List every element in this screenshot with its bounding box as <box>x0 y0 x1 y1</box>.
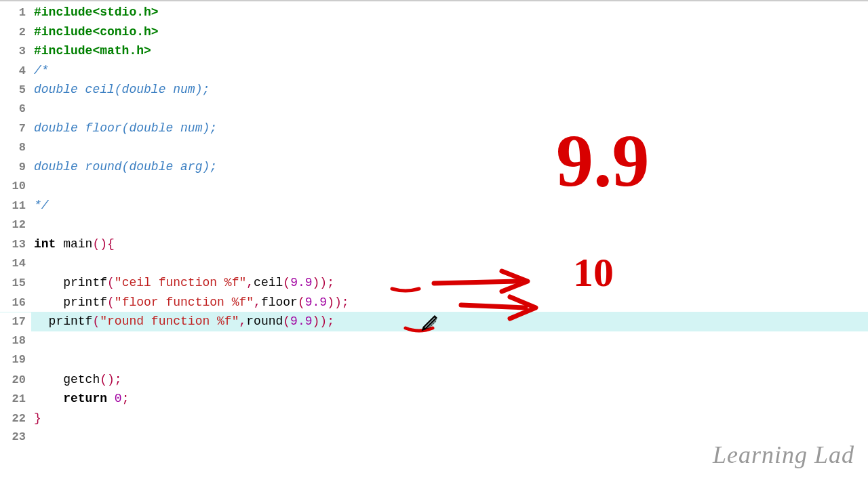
code-line[interactable]: 4/* <box>0 61 868 81</box>
code-line[interactable]: 12 <box>0 216 868 235</box>
code-content[interactable]: printf("ceil function %f",ceil(9.9)); <box>31 273 868 293</box>
code-line[interactable]: 8 <box>0 138 868 158</box>
line-number: 5 <box>0 81 31 100</box>
line-number: 22 <box>0 409 31 429</box>
line-number: 6 <box>0 100 31 119</box>
code-line[interactable]: 7double floor(double num); <box>0 119 868 138</box>
code-line[interactable]: 15 printf("ceil function %f",ceil(9.9)); <box>0 273 868 293</box>
line-number: 12 <box>0 216 31 235</box>
code-content[interactable]: int main(){ <box>31 235 868 254</box>
line-number: 21 <box>0 390 31 409</box>
code-line[interactable]: 16 printf("floor function %f",floor(9.9)… <box>0 293 868 312</box>
line-number: 16 <box>0 293 31 313</box>
code-line[interactable]: 19 <box>0 350 868 370</box>
line-number: 23 <box>0 428 31 447</box>
code-line[interactable]: 9double round(double arg); <box>0 157 868 177</box>
code-line[interactable]: 20 getch(); <box>0 370 868 390</box>
code-line[interactable]: 6 <box>0 100 868 119</box>
line-number: 4 <box>0 62 31 81</box>
line-number: 10 <box>0 177 31 197</box>
code-content[interactable]: return 0; <box>31 389 868 409</box>
code-content[interactable]: #include<math.h> <box>31 41 868 61</box>
code-line[interactable]: 11*/ <box>0 196 868 216</box>
code-line[interactable]: 3#include<math.h> <box>0 41 868 61</box>
line-number: 2 <box>0 23 31 43</box>
code-content[interactable]: } <box>31 409 868 428</box>
code-content[interactable]: /* <box>31 61 868 81</box>
line-number: 1 <box>0 3 31 23</box>
code-line[interactable]: 5double ceil(double num); <box>0 80 868 100</box>
watermark: Learning Lad <box>713 441 854 469</box>
line-number: 9 <box>0 158 31 178</box>
line-number: 19 <box>0 350 31 370</box>
code-editor[interactable]: 1#include<stdio.h>2#include<conio.h>3#in… <box>0 1 868 447</box>
code-line[interactable]: 13int main(){ <box>0 235 868 254</box>
code-content[interactable]: double floor(double num); <box>31 119 868 138</box>
code-line[interactable]: 1#include<stdio.h> <box>0 3 868 22</box>
code-content[interactable]: #include<conio.h> <box>31 22 868 42</box>
code-line[interactable]: 14 <box>0 254 868 274</box>
code-content[interactable]: */ <box>31 196 868 216</box>
line-number: 17 <box>0 312 31 332</box>
line-number: 18 <box>0 331 31 351</box>
code-line[interactable]: 22} <box>0 409 868 428</box>
code-line[interactable]: 21 return 0; <box>0 389 868 409</box>
code-content[interactable]: printf("round function %f",round(9.9)); <box>31 312 868 331</box>
line-number: 3 <box>0 42 31 62</box>
code-line[interactable]: 18 <box>0 331 868 351</box>
code-line[interactable]: 17 printf("round function %f",round(9.9)… <box>0 312 868 331</box>
code-content[interactable]: #include<stdio.h> <box>31 3 868 22</box>
code-line[interactable]: 2#include<conio.h> <box>0 22 868 42</box>
line-number: 7 <box>0 119 31 139</box>
line-number: 14 <box>0 254 31 274</box>
code-content[interactable]: printf("floor function %f",floor(9.9)); <box>31 293 868 312</box>
line-number: 15 <box>0 274 31 293</box>
line-number: 8 <box>0 138 31 158</box>
line-number: 11 <box>0 197 31 216</box>
code-content[interactable]: getch(); <box>31 370 868 390</box>
code-content[interactable]: double ceil(double num); <box>31 80 868 100</box>
code-line[interactable]: 10 <box>0 177 868 197</box>
line-number: 13 <box>0 235 31 255</box>
line-number: 20 <box>0 371 31 390</box>
code-content[interactable]: double round(double arg); <box>31 157 868 177</box>
